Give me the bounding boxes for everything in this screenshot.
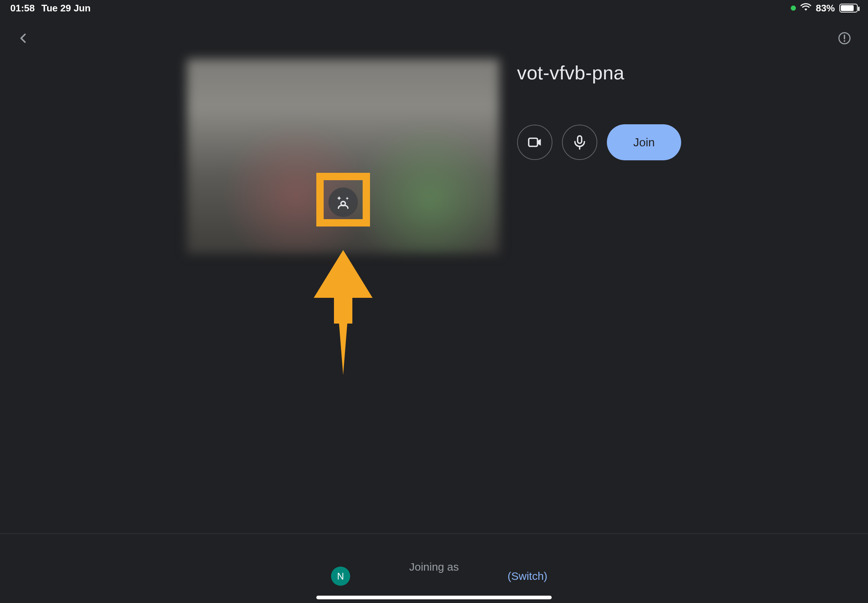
camera-preview-container <box>187 59 500 254</box>
join-button-label: Join <box>633 136 655 149</box>
avatar-initial: N <box>337 571 344 582</box>
prejoin-controls: Join <box>517 124 682 160</box>
status-date: Tue 29 Jun <box>42 3 91 14</box>
joining-as-label: Joining as <box>409 561 459 573</box>
footer: Joining as N (Switch) <box>0 534 868 603</box>
meeting-code: vot-vfvb-pna <box>517 62 682 84</box>
camera-active-dot-icon <box>791 6 796 11</box>
join-button[interactable]: Join <box>607 124 682 160</box>
svg-marker-5 <box>339 320 348 375</box>
avatar[interactable]: N <box>331 567 350 586</box>
svg-point-2 <box>844 40 846 42</box>
toggle-mic-button[interactable] <box>562 125 597 160</box>
battery-percent: 83% <box>816 3 835 14</box>
ios-status-bar: 01:58 Tue 29 Jun 83% <box>0 0 868 16</box>
svg-marker-4 <box>314 250 373 323</box>
wifi-icon <box>800 3 811 14</box>
sparkle-effects-icon <box>335 194 351 210</box>
prejoin-content: vot-vfvb-pna Join <box>0 59 868 254</box>
chevron-left-icon <box>18 31 29 46</box>
nav-bar <box>0 22 868 54</box>
switch-label: (Switch) <box>507 570 547 582</box>
annotation-arrow-icon <box>314 250 373 377</box>
svg-rect-6 <box>529 138 537 146</box>
microphone-icon <box>572 134 588 150</box>
camera-icon <box>527 134 543 150</box>
alert-circle-icon <box>838 32 851 45</box>
home-indicator[interactable] <box>316 596 552 599</box>
status-time: 01:58 <box>10 3 35 14</box>
report-problem-button[interactable] <box>836 29 853 47</box>
camera-preview <box>187 59 500 254</box>
back-button[interactable] <box>15 29 32 47</box>
svg-rect-7 <box>577 136 582 144</box>
switch-account-link[interactable]: (Switch) <box>507 570 547 583</box>
toggle-camera-button[interactable] <box>517 125 552 160</box>
battery-icon <box>839 4 858 12</box>
visual-effects-button[interactable] <box>328 187 358 217</box>
meeting-info-panel: vot-vfvb-pna Join <box>517 59 682 254</box>
